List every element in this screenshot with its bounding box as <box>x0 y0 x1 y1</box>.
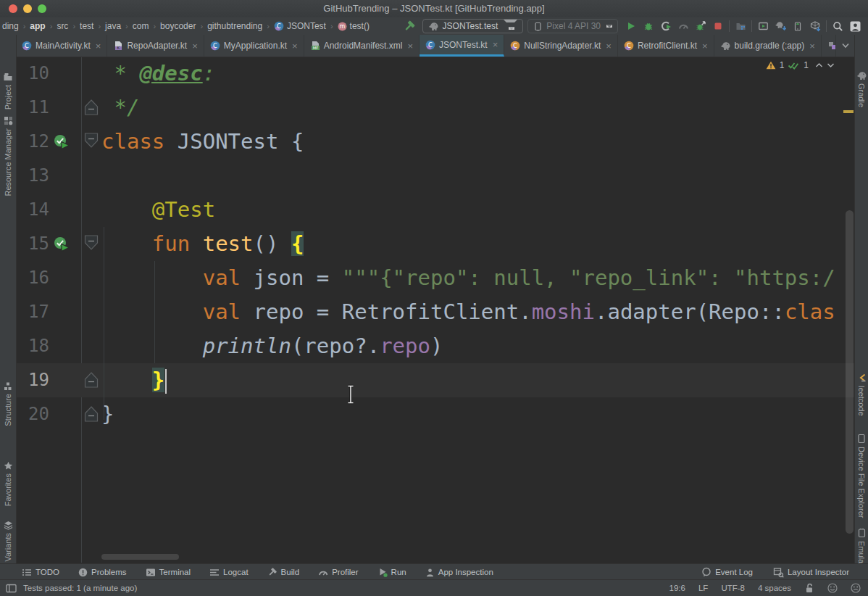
breadcrumb-item[interactable]: com <box>132 21 150 31</box>
editor-tab[interactable]: CMyApplication.kt× <box>204 35 304 57</box>
code-text[interactable]: class JSONTest { <box>101 125 304 159</box>
toolwindow-button-profiler[interactable]: Profiler <box>318 568 358 577</box>
running-devices-icon[interactable] <box>754 18 772 34</box>
sidebar-item-gradle[interactable]: Gradle <box>855 71 868 107</box>
horizontal-scrollbar[interactable] <box>101 554 179 560</box>
sidebar-item-device-file-explorer[interactable]: Device File Explorer <box>855 434 868 518</box>
breadcrumb-item[interactable]: java <box>104 21 122 31</box>
breadcrumb-item[interactable]: CJSONTest <box>273 21 327 31</box>
line-number[interactable]: 19 <box>16 363 49 397</box>
run-test-gutter-icon[interactable] <box>54 236 70 255</box>
gradle-sync-icon[interactable] <box>772 18 789 34</box>
close-icon[interactable]: × <box>96 41 101 51</box>
profile-avatar-icon[interactable] <box>846 18 864 34</box>
fold-end-icon[interactable] <box>83 371 99 392</box>
previous-problem-chevron-icon[interactable] <box>815 62 823 68</box>
close-icon[interactable]: × <box>493 39 498 50</box>
code-text[interactable]: */ <box>101 91 139 125</box>
close-icon[interactable]: × <box>407 41 413 51</box>
line-number[interactable]: 10 <box>16 57 49 91</box>
code-text[interactable]: val json = """{"repo": null, "repo_link"… <box>101 261 835 295</box>
device-explorer-icon[interactable] <box>789 18 806 34</box>
line-number[interactable]: 17 <box>16 295 49 329</box>
toolwindow-button-logcat[interactable]: Logcat <box>209 568 249 577</box>
tool-window-layout-icon[interactable] <box>6 584 17 593</box>
code-text[interactable]: val repo = RetrofitClient.moshi.adapter(… <box>101 295 835 329</box>
sdk-manager-icon[interactable] <box>806 18 824 34</box>
fold-start-icon[interactable] <box>83 132 99 153</box>
breadcrumb-item[interactable]: ding <box>1 21 20 31</box>
device-select[interactable]: Pixel 4 API 30 <box>527 19 618 33</box>
debug-action-icon[interactable] <box>640 18 657 34</box>
vertical-scrollbar[interactable] <box>846 210 854 534</box>
code-text[interactable]: } <box>101 363 167 397</box>
breadcrumb-item[interactable]: app <box>29 21 46 31</box>
device-manager-icon[interactable] <box>732 18 749 34</box>
line-separator[interactable]: LF <box>698 584 708 592</box>
code-editor[interactable]: 10 * @desc:11 */12class JSONTest {1314 @… <box>16 57 855 563</box>
sidebar-item-leetcode[interactable]: leetcode <box>855 373 868 416</box>
code-text[interactable]: println(repo?.repo) <box>101 329 443 363</box>
breadcrumb-item[interactable]: mtest() <box>337 21 370 31</box>
code-text[interactable]: fun test() { <box>101 227 304 261</box>
editor-tab[interactable]: MFAndroidManifest.xml× <box>304 35 420 57</box>
editor-tab[interactable]: CJSONTest.kt× <box>420 35 504 57</box>
breadcrumb-item[interactable]: githubtrending <box>206 21 263 31</box>
sidebar-item-favorites[interactable]: Favorites <box>0 461 16 506</box>
toolwindow-button-event-log[interactable]: Event Log <box>701 567 753 577</box>
sidebar-item-resource-manager[interactable]: Resource Manager <box>0 116 16 196</box>
code-text[interactable]: @Test <box>101 193 215 227</box>
breadcrumb-item[interactable]: src <box>56 21 69 31</box>
editor-tab[interactable]: CRetrofitClient.kt× <box>618 35 714 57</box>
build-hammer-icon[interactable] <box>401 18 418 34</box>
breadcrumb-item[interactable]: test <box>79 21 94 31</box>
profile-app-icon[interactable] <box>657 18 675 34</box>
toolwindow-button-todo[interactable]: TODO <box>22 568 59 577</box>
next-problem-chevron-icon[interactable] <box>827 62 835 68</box>
line-number[interactable]: 13 <box>16 159 49 193</box>
run-action-icon[interactable] <box>622 18 640 34</box>
toolwindow-button-problems[interactable]: Problems <box>78 568 127 577</box>
editor-tab[interactable]: KRepoAdapter.kt× <box>107 35 204 57</box>
line-number[interactable]: 18 <box>16 329 49 363</box>
caret-position[interactable]: 19:6 <box>669 584 685 592</box>
fold-start-icon[interactable] <box>83 234 99 255</box>
toolwindow-button-layout-inspector[interactable]: Layout Inspector <box>773 567 849 578</box>
close-icon[interactable]: × <box>292 41 298 51</box>
breadcrumb-item[interactable]: boycoder <box>159 21 196 31</box>
line-number[interactable]: 16 <box>16 261 49 295</box>
warning-stripe-mark[interactable] <box>843 110 854 113</box>
close-icon[interactable]: × <box>809 41 815 51</box>
editor-tab[interactable]: CMainActivity.kt× <box>16 35 107 57</box>
run-test-gutter-icon[interactable] <box>54 134 70 153</box>
editor-tab[interactable]: CNullStringAdapter.kt× <box>504 35 618 57</box>
search-everywhere-icon[interactable] <box>829 18 846 34</box>
toolwindow-button-build[interactable]: Build <box>267 567 300 577</box>
fold-end-icon[interactable] <box>83 405 99 426</box>
line-number[interactable]: 12 <box>16 125 49 159</box>
code-text[interactable]: * @desc: <box>101 57 215 91</box>
sidebar-item-project[interactable]: Project <box>0 73 16 109</box>
line-number[interactable]: 20 <box>16 397 49 431</box>
line-number[interactable]: 11 <box>16 91 49 125</box>
sidebar-item-structure[interactable]: Structure <box>0 381 16 426</box>
smiley-face-icon[interactable] <box>827 583 838 593</box>
tab-overflow-chevron-icon[interactable] <box>836 35 855 57</box>
line-number[interactable]: 14 <box>16 193 49 227</box>
profiler-gauge-icon[interactable] <box>675 18 692 34</box>
stop-action-icon[interactable] <box>709 18 727 34</box>
fold-end-icon[interactable] <box>83 98 99 119</box>
toolwindow-button-app-inspection[interactable]: App Inspection <box>425 568 493 577</box>
unlocked-padlock-icon[interactable] <box>804 583 814 593</box>
run-configuration-select[interactable]: JSONTest.test <box>422 19 524 33</box>
inspections-widget[interactable]: 1 1 <box>766 60 835 70</box>
close-icon[interactable]: × <box>606 41 612 51</box>
toolwindow-button-terminal[interactable]: Terminal <box>146 568 191 577</box>
file-encoding[interactable]: UTF-8 <box>721 584 745 592</box>
line-number[interactable]: 15 <box>16 227 49 261</box>
close-icon[interactable]: × <box>192 41 198 51</box>
editor-tab[interactable]: build.gradle (:app)× <box>714 35 822 57</box>
close-icon[interactable]: × <box>702 41 708 51</box>
frowny-face-icon[interactable] <box>851 583 861 593</box>
indent-setting[interactable]: 4 spaces <box>758 584 791 592</box>
